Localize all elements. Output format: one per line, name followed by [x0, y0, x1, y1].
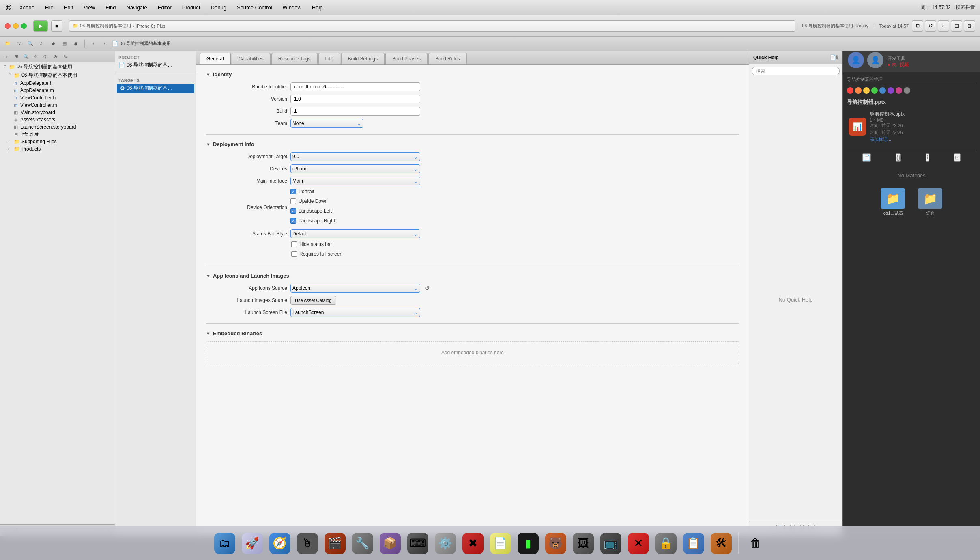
- split-view-btn[interactable]: ⊟: [951, 20, 962, 32]
- tab-build-rules[interactable]: Build Rules: [428, 53, 467, 64]
- stop-button[interactable]: ■: [51, 20, 62, 32]
- menu-xcode[interactable]: Xcode: [17, 4, 37, 11]
- menu-help[interactable]: Help: [309, 4, 325, 11]
- split-view-3-btn[interactable]: ⊠: [964, 20, 975, 32]
- rp-bottom-new-btn[interactable]: 📄: [862, 153, 871, 162]
- pptx-file-item[interactable]: 📊 导航控制器.pptx 1.4 MB 时间 前天 22:26 时间 前天 22…: [847, 108, 976, 145]
- rp-bottom-code-btn[interactable]: {}: [896, 153, 901, 162]
- menu-debug[interactable]: Debug: [208, 4, 229, 11]
- requires-full-screen-checkbox[interactable]: [291, 251, 297, 257]
- menu-file[interactable]: File: [43, 4, 56, 11]
- minimize-window-button[interactable]: [13, 23, 19, 29]
- dock-item-repair[interactable]: 🛠: [709, 531, 733, 556]
- device-breadcrumb[interactable]: iPhone 6s Plus: [136, 24, 165, 28]
- sidebar-item-viewcontroller-h[interactable]: h ViewController.h: [0, 94, 115, 101]
- dock-item-screen-share[interactable]: 📺: [599, 531, 623, 556]
- menu-window[interactable]: Window: [280, 4, 304, 11]
- tab-info[interactable]: Info: [318, 53, 340, 64]
- sidebar-search-btn[interactable]: 🔍: [22, 53, 30, 61]
- nav-forward-btn[interactable]: ›: [100, 39, 109, 48]
- bundle-id-input[interactable]: [290, 82, 420, 91]
- version-input[interactable]: [290, 95, 420, 103]
- tab-resource-tags[interactable]: Resource Tags: [271, 53, 318, 64]
- menu-edit[interactable]: Edit: [62, 4, 75, 11]
- app-icons-section-header[interactable]: ▼ App Icons and Launch Images: [206, 273, 739, 279]
- tab-build-phases[interactable]: Build Phases: [385, 53, 428, 64]
- menu-product[interactable]: Product: [180, 4, 203, 11]
- main-interface-select[interactable]: Main ⌄: [290, 177, 420, 185]
- team-select[interactable]: None ⌄: [290, 119, 363, 128]
- folder-ios-item[interactable]: 📁 ios1...试器: [877, 185, 908, 220]
- quick-help-new-btn[interactable]: 📄: [830, 54, 836, 60]
- sidebar-comment-btn[interactable]: ✎: [61, 53, 69, 61]
- dock-item-terminal[interactable]: ▮: [516, 531, 540, 556]
- tab-general[interactable]: General: [200, 53, 231, 64]
- status-bar-style-select[interactable]: Default ⌄: [290, 229, 420, 238]
- sidebar-item-launch-storyboard[interactable]: ◧ LaunchScreen.storyboard: [0, 123, 115, 131]
- menu-editor[interactable]: Editor: [155, 4, 174, 11]
- nav-issue-btn[interactable]: ⚠: [37, 39, 46, 48]
- sidebar-item-project-root[interactable]: › 📁 06-导航控制器的基本使用: [0, 62, 115, 71]
- landscape-left-checkbox[interactable]: ✓: [290, 208, 296, 214]
- sidebar-item-group-root[interactable]: › 📁 06-导航控制器的基本使用: [0, 71, 115, 80]
- sidebar-add-btn[interactable]: +: [2, 53, 11, 61]
- menu-source-control[interactable]: Source Control: [234, 4, 275, 11]
- sidebar-item-main-storyboard[interactable]: ◧ Main.storyboard: [0, 109, 115, 116]
- sidebar-item-assets[interactable]: ◈ Assets.xcassets: [0, 116, 115, 123]
- nav-debug-btn[interactable]: ▤: [60, 39, 69, 48]
- quick-help-search-input[interactable]: [752, 67, 840, 75]
- dock-item-finder[interactable]: 🗂: [213, 531, 237, 556]
- rp-bottom-info-btn[interactable]: ℹ: [926, 153, 929, 162]
- dock-item-xmind[interactable]: ✖: [461, 531, 485, 556]
- nav-test-btn[interactable]: ◆: [49, 39, 58, 48]
- sidebar-filter-btn[interactable]: ⊞: [12, 53, 20, 61]
- dock-item-dvd[interactable]: 🎬: [323, 531, 347, 556]
- project-breadcrumb[interactable]: 06-导航控制器的基本使用: [80, 23, 131, 29]
- refresh-btn[interactable]: ↺: [925, 20, 936, 32]
- quick-help-info-btn[interactable]: ℹ: [836, 54, 838, 60]
- sidebar-item-info-plist[interactable]: ⊞ Info.plist: [0, 131, 115, 138]
- sidebar-item-viewcontroller-m[interactable]: m ViewController.m: [0, 101, 115, 109]
- dock-item-notes[interactable]: 📄: [488, 531, 513, 556]
- use-asset-catalog-btn[interactable]: Use Asset Catalog: [290, 296, 336, 305]
- sidebar-item-supporting-files[interactable]: › 📁 Supporting Files: [0, 138, 115, 145]
- launch-screen-select[interactable]: LaunchScreen ⌄: [290, 308, 420, 317]
- app-icons-select[interactable]: AppIcon ⌄: [290, 284, 420, 293]
- nav-report-btn[interactable]: ◉: [71, 39, 80, 48]
- dock-item-tools[interactable]: 🔧: [350, 531, 375, 556]
- dock-item-launchpad[interactable]: 🚀: [240, 531, 264, 556]
- hide-status-bar-checkbox[interactable]: [291, 241, 297, 247]
- project-ref-item[interactable]: 📄 06-导航控制器的基…: [115, 61, 196, 69]
- target-ref-item[interactable]: ⚙ 06-导航控制器的基…: [117, 84, 194, 93]
- deploy-target-select[interactable]: 9.0 ⌄: [290, 152, 420, 161]
- run-button[interactable]: ▶: [33, 20, 48, 32]
- sidebar-recent-btn[interactable]: ⊙: [51, 53, 59, 61]
- devices-select[interactable]: iPhone ⌄: [290, 164, 420, 173]
- deployment-section-header[interactable]: ▼ Deployment Info: [206, 141, 739, 147]
- dock-item-trash[interactable]: 🗑: [744, 531, 768, 556]
- rp-bottom-split-btn[interactable]: ⊡: [954, 153, 961, 162]
- dock-item-photos2[interactable]: 🖼: [571, 531, 595, 556]
- pptx-add-note[interactable]: 添加标记...: [870, 136, 905, 142]
- menu-find[interactable]: Find: [103, 4, 118, 11]
- nav-search-btn[interactable]: 🔍: [26, 39, 35, 48]
- editor-layout-btn[interactable]: ⊞: [912, 20, 923, 32]
- folder-desktop-item[interactable]: 📁 桌面: [915, 185, 946, 220]
- upside-down-checkbox[interactable]: [290, 198, 296, 204]
- menu-search[interactable]: 搜索拼音: [956, 4, 975, 11]
- tab-build-settings[interactable]: Build Settings: [341, 53, 385, 64]
- dock-item-security[interactable]: 🔒: [654, 531, 678, 556]
- close-window-button[interactable]: [5, 23, 11, 29]
- menu-view[interactable]: View: [81, 4, 97, 11]
- maximize-window-button[interactable]: [21, 23, 27, 29]
- dock-item-mouse[interactable]: 🖱: [295, 531, 320, 556]
- nav-folder-btn[interactable]: 📁: [3, 39, 12, 48]
- apple-menu[interactable]: ⌘: [5, 4, 11, 11]
- nav-back-btn[interactable]: ‹: [89, 39, 98, 48]
- sidebar-item-products[interactable]: › 📁 Products: [0, 145, 115, 153]
- nav-vcs-btn[interactable]: ⌥: [15, 39, 24, 48]
- build-input[interactable]: [290, 107, 420, 116]
- tab-capabilities[interactable]: Capabilities: [232, 53, 271, 64]
- sidebar-item-appdelegate-h[interactable]: h AppDelegate.h: [0, 80, 115, 87]
- dock-item-archive[interactable]: 📦: [378, 531, 402, 556]
